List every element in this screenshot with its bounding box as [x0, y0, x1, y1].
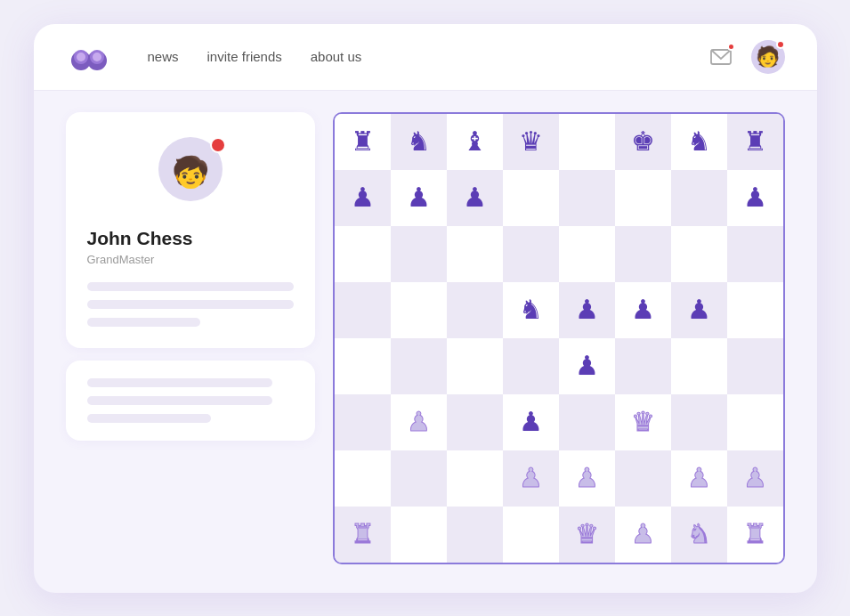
cell-3-4[interactable]: ♟ — [559, 282, 615, 338]
cell-4-7[interactable] — [727, 338, 783, 394]
cell-3-3[interactable]: ♞ — [503, 282, 559, 338]
info-line-1 — [87, 378, 273, 387]
cell-7-1[interactable] — [391, 507, 447, 563]
cell-7-2[interactable] — [447, 507, 503, 563]
info-line-3 — [87, 414, 211, 423]
cell-6-5[interactable] — [615, 450, 671, 507]
cell-1-4[interactable] — [559, 170, 615, 226]
cell-7-0[interactable]: ♜ — [335, 507, 391, 563]
cell-0-2[interactable]: ♝ — [447, 114, 503, 170]
avatar-area: 🧒 — [87, 137, 294, 214]
piece-5-3: ♟ — [519, 409, 543, 435]
cell-0-5[interactable]: ♚ — [615, 114, 671, 170]
cell-4-3[interactable] — [503, 338, 559, 394]
cell-0-4[interactable] — [559, 114, 615, 170]
cell-5-5[interactable]: ♛ — [615, 394, 671, 450]
cell-5-1[interactable]: ♟ — [391, 394, 447, 450]
cell-6-0[interactable] — [335, 450, 391, 507]
cell-3-0[interactable] — [335, 282, 391, 338]
cell-4-0[interactable] — [335, 338, 391, 394]
chess-board-section: ♜♞♝♛♚♞♜♟♟♟♟♞♟♟♟♟♟♟♛♟♟♟♟♜♛♟♞♜ — [333, 112, 785, 564]
cell-2-7[interactable] — [727, 226, 783, 282]
cell-7-5[interactable]: ♟ — [615, 507, 671, 563]
chess-board[interactable]: ♜♞♝♛♚♞♜♟♟♟♟♞♟♟♟♟♟♟♛♟♟♟♟♜♛♟♞♜ — [335, 114, 783, 563]
piece-6-6: ♟ — [687, 465, 711, 491]
mail-notification-dot — [727, 43, 735, 51]
nav-link-invite-friends[interactable]: invite friends — [207, 49, 282, 64]
cell-2-4[interactable] — [559, 226, 615, 282]
user-avatar-button[interactable]: 🧑 — [751, 40, 785, 74]
cell-7-7[interactable]: ♜ — [727, 507, 783, 563]
cell-0-6[interactable]: ♞ — [671, 114, 727, 170]
cell-2-1[interactable] — [391, 226, 447, 282]
cell-5-2[interactable] — [447, 394, 503, 450]
chess-board-container: ♜♞♝♛♚♞♜♟♟♟♟♞♟♟♟♟♟♟♛♟♟♟♟♜♛♟♞♜ — [333, 112, 785, 564]
cell-0-0[interactable]: ♜ — [335, 114, 391, 170]
cell-4-6[interactable] — [671, 338, 727, 394]
cell-2-0[interactable] — [335, 226, 391, 282]
cell-4-1[interactable] — [391, 338, 447, 394]
cell-6-2[interactable] — [447, 450, 503, 507]
cell-2-5[interactable] — [615, 226, 671, 282]
piece-1-0: ♟ — [351, 184, 375, 211]
cell-6-7[interactable]: ♟ — [727, 450, 783, 507]
cell-1-6[interactable] — [671, 170, 727, 226]
piece-0-0: ♜ — [351, 128, 375, 155]
piece-7-7: ♜ — [743, 521, 767, 547]
cell-5-4[interactable] — [559, 394, 615, 450]
nav-link-about-us[interactable]: about us — [311, 49, 362, 64]
piece-4-4: ♟ — [575, 353, 599, 379]
cell-5-0[interactable] — [335, 394, 391, 450]
cell-6-1[interactable] — [391, 450, 447, 507]
cell-4-4[interactable]: ♟ — [559, 338, 615, 394]
mail-button[interactable] — [705, 41, 737, 73]
cell-0-1[interactable]: ♞ — [391, 114, 447, 170]
main-content: 🧒 John Chess GrandMaster — [34, 91, 817, 564]
cell-1-1[interactable]: ♟ — [391, 170, 447, 226]
avatar-image: 🧒 — [172, 157, 209, 187]
profile-avatar: 🧒 — [158, 137, 223, 201]
nav-links: news invite friends about us — [148, 49, 705, 64]
piece-5-1: ♟ — [407, 409, 431, 435]
cell-1-2[interactable]: ♟ — [447, 170, 503, 226]
profile-line-3 — [87, 318, 201, 327]
cell-5-3[interactable]: ♟ — [503, 394, 559, 450]
svg-point-4 — [77, 53, 85, 61]
cell-1-5[interactable] — [615, 170, 671, 226]
cell-7-3[interactable] — [503, 507, 559, 563]
cell-3-5[interactable]: ♟ — [615, 282, 671, 338]
cell-2-3[interactable] — [503, 226, 559, 282]
piece-0-1: ♞ — [407, 128, 431, 155]
cell-4-5[interactable] — [615, 338, 671, 394]
cell-3-1[interactable] — [391, 282, 447, 338]
cell-1-7[interactable]: ♟ — [727, 170, 783, 226]
cell-1-0[interactable]: ♟ — [335, 170, 391, 226]
cell-2-2[interactable] — [447, 226, 503, 282]
profile-section: 🧒 John Chess GrandMaster — [66, 112, 315, 564]
cell-3-7[interactable] — [727, 282, 783, 338]
cell-5-6[interactable] — [671, 394, 727, 450]
profile-avatar-badge — [210, 137, 226, 153]
piece-0-3: ♛ — [519, 128, 543, 155]
cell-6-4[interactable]: ♟ — [559, 450, 615, 507]
piece-0-2: ♝ — [463, 128, 487, 155]
cell-1-3[interactable] — [503, 170, 559, 226]
cell-7-6[interactable]: ♞ — [671, 507, 727, 563]
nav-link-news[interactable]: news — [148, 49, 179, 64]
piece-6-7: ♟ — [743, 465, 767, 491]
cell-6-6[interactable]: ♟ — [671, 450, 727, 507]
cell-5-7[interactable] — [727, 394, 783, 450]
logo[interactable] — [66, 41, 112, 73]
piece-1-2: ♟ — [463, 184, 487, 211]
cell-4-2[interactable] — [447, 338, 503, 394]
piece-7-5: ♟ — [631, 521, 655, 547]
cell-2-6[interactable] — [671, 226, 727, 282]
cell-0-7[interactable]: ♜ — [727, 114, 783, 170]
cell-6-3[interactable]: ♟ — [503, 450, 559, 507]
avatar-notification-dot — [776, 40, 785, 49]
cell-7-4[interactable]: ♛ — [559, 507, 615, 563]
cell-3-2[interactable] — [447, 282, 503, 338]
cell-3-6[interactable]: ♟ — [671, 282, 727, 338]
cell-0-3[interactable]: ♛ — [503, 114, 559, 170]
profile-card: 🧒 John Chess GrandMaster — [66, 112, 315, 348]
